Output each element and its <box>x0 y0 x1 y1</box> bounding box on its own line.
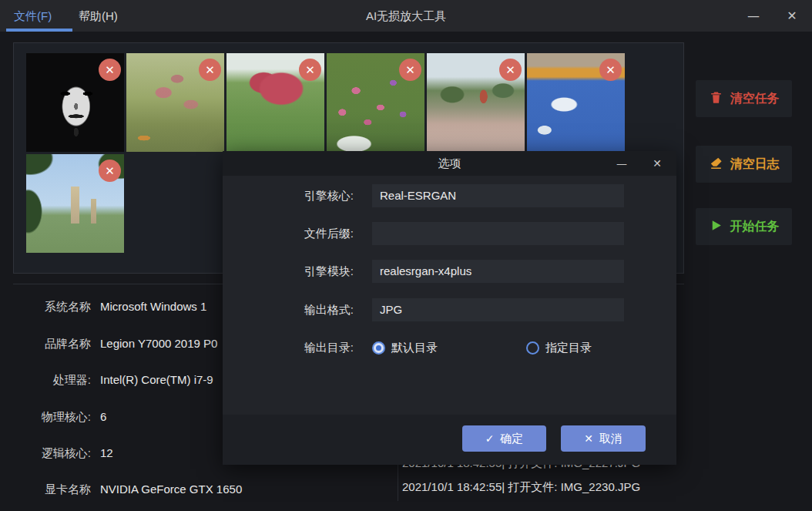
dialog-titlebar: 选项 — ✕ <box>223 151 676 176</box>
dialog-title: 选项 <box>223 151 676 176</box>
menu-active-underline <box>6 29 72 32</box>
clear-logs-button[interactable]: 清空日志 <box>696 146 792 183</box>
radio-custom-dir[interactable]: 指定目录 <box>526 336 592 359</box>
eraser-icon <box>709 156 723 173</box>
cpu-label: 处理器: <box>13 373 91 388</box>
remove-thumbnail-icon[interactable]: ✕ <box>499 59 522 81</box>
dialog-footer: ✓ 确定 ✕ 取消 <box>223 415 676 465</box>
remove-thumbnail-icon[interactable]: ✕ <box>399 59 421 81</box>
menu-help[interactable]: 帮助(H) <box>71 0 126 32</box>
logical-cores-value: 12 <box>100 446 113 459</box>
ok-button[interactable]: ✓ 确定 <box>462 425 546 452</box>
gpu-value: NVIDIA GeForce GTX 1650 <box>100 482 242 496</box>
system-name-label: 系统名称 <box>13 300 91 314</box>
dialog-close-icon[interactable]: ✕ <box>649 155 666 172</box>
clear-logs-label: 清空日志 <box>730 156 780 173</box>
options-dialog: 选项 — ✕ 引擎核心: Real-ESRGAN 文件后缀: 引擎模块: rea… <box>223 151 676 465</box>
check-icon: ✓ <box>485 432 495 445</box>
brand-name-label: 品牌名称 <box>13 337 91 351</box>
play-icon <box>709 218 723 236</box>
output-format-field[interactable]: JPG <box>372 298 624 321</box>
output-dir-radio-group: 默认目录 指定目录 <box>372 336 626 359</box>
engine-module-label: 引擎模块: <box>269 260 354 283</box>
dialog-minimize-icon[interactable]: — <box>613 155 630 172</box>
start-task-button[interactable]: 开始任务 <box>696 208 792 245</box>
system-name-value: Microsoft Windows 1 <box>100 300 206 313</box>
remove-thumbnail-icon[interactable]: ✕ <box>299 59 321 81</box>
physical-cores-label: 物理核心: <box>13 410 91 425</box>
window-controls: — ✕ <box>743 0 803 32</box>
remove-thumbnail-icon[interactable]: ✕ <box>99 59 121 81</box>
file-suffix-label: 文件后缀: <box>269 222 354 245</box>
start-task-label: 开始任务 <box>730 219 780 235</box>
cpu-value: Intel(R) Core(TM) i7-9 <box>100 373 213 386</box>
radio-unselected-icon <box>526 341 539 355</box>
cancel-button[interactable]: ✕ 取消 <box>561 425 646 452</box>
minimize-icon[interactable]: — <box>743 5 764 27</box>
menubar: 文件(F) 帮助(H) AI无损放大工具 — ✕ <box>0 0 812 32</box>
thumbnail-sky-roof[interactable]: ✕ <box>527 53 625 152</box>
output-dir-label: 输出目录: <box>269 336 354 359</box>
remove-thumbnail-icon[interactable]: ✕ <box>99 160 121 182</box>
thumbnail-pagoda-lake[interactable]: ✕ <box>26 154 124 253</box>
engine-core-field[interactable]: Real-ESRGAN <box>372 184 624 207</box>
logical-cores-label: 逻辑核心: <box>13 446 91 461</box>
menu-file[interactable]: 文件(F) <box>6 0 59 32</box>
remove-thumbnail-icon[interactable]: ✕ <box>199 59 221 81</box>
physical-cores-value: 6 <box>100 410 106 423</box>
thumbnail-blossom-pond[interactable]: ✕ <box>126 53 224 152</box>
engine-module-field[interactable]: realesrgan-x4plus <box>372 260 624 283</box>
close-icon[interactable]: ✕ <box>781 5 803 27</box>
brand-name-value: Legion Y7000 2019 P0 <box>100 337 217 350</box>
radio-custom-dir-label: 指定目录 <box>545 341 592 355</box>
radio-selected-icon <box>372 341 385 355</box>
dialog-controls: — ✕ <box>613 151 666 176</box>
trash-icon <box>709 90 723 108</box>
clear-tasks-button[interactable]: 清空任务 <box>696 80 792 117</box>
thumbnail-flowers[interactable]: ✕ <box>327 53 424 152</box>
thumbnail-park-path[interactable]: ✕ <box>427 53 525 152</box>
thumbnail-mask[interactable]: ✕ <box>26 53 124 152</box>
ok-button-label: 确定 <box>500 432 523 446</box>
remove-thumbnail-icon[interactable]: ✕ <box>599 59 622 81</box>
output-format-label: 输出格式: <box>269 298 354 321</box>
log-line: 2021/10/1 18:42:55| 打开文件: IMG_2230.JPG <box>402 480 640 495</box>
engine-core-label: 引擎核心: <box>269 184 354 207</box>
gpu-label: 显卡名称 <box>13 482 91 497</box>
radio-default-dir[interactable]: 默认目录 <box>372 336 438 359</box>
app-window: 文件(F) 帮助(H) AI无损放大工具 — ✕ ✕ ✕ ✕ ✕ ✕ ✕ ✕ <box>0 0 812 511</box>
clear-tasks-label: 清空任务 <box>730 91 780 107</box>
radio-default-dir-label: 默认目录 <box>391 341 438 355</box>
x-icon: ✕ <box>584 432 593 445</box>
thumbnail-red-maple[interactable]: ✕ <box>226 53 324 152</box>
file-suffix-field[interactable] <box>372 222 624 245</box>
cancel-button-label: 取消 <box>599 432 622 446</box>
